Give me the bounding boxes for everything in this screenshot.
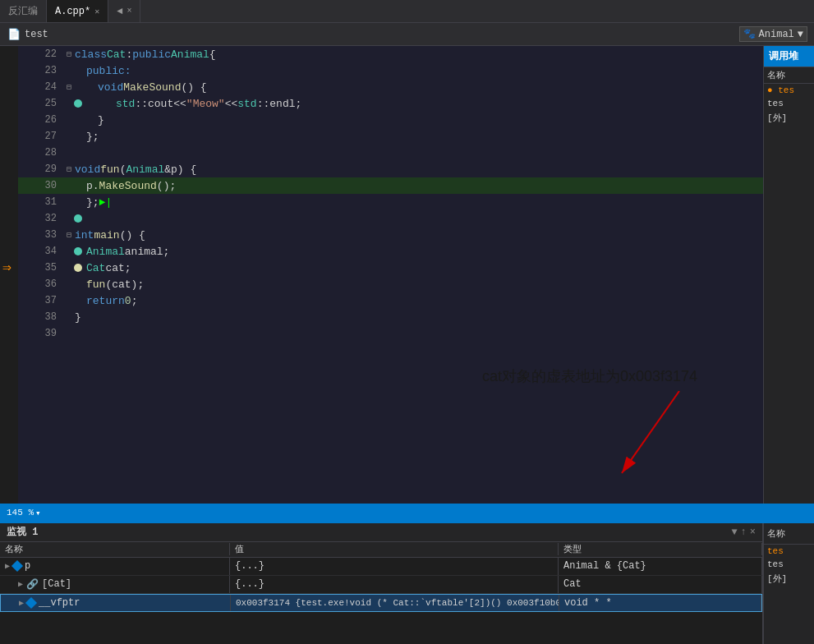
watch-name-p: p [25,560,30,572]
call-stack-row-2: tes [764,97,814,110]
scope-dropdown[interactable]: 🐾 Animal ▼ [739,26,807,42]
close-icon-extra[interactable]: × [126,7,131,16]
watch-row-p: ▶ p {...} Animal & {Cat} [0,558,762,576]
code-line-29: 29 ⊟ void fun(Animal &p) { [18,161,763,177]
diamond-icon-p [11,560,23,572]
watch-side-title: 名称 [767,527,785,540]
code-line-22: 22 ⊟ class Cat : public Animal { [18,46,763,62]
code-line-34: 34 Animal animal; [18,243,763,260]
annotation-arrow [614,391,763,490]
watch-row-vfptr: ▶ __vfptr 0x003f3174 {test.exe!void (* C… [0,594,762,612]
watch-col-headers: 名称 值 类型 [0,542,762,558]
code-line-30: 30 p.MakeSound(); [18,177,763,194]
zoom-level: 145 % [7,508,34,518]
toolbar-file: test [25,29,48,40]
diamond-icon-vfptr [25,597,37,609]
col-header-value: 值 [230,543,559,555]
code-line-35: 35 Cat cat; [18,260,763,276]
code-line-36: 36 fun(cat); [18,276,763,292]
watch-row-cat: ▶ 🔗 [Cat] {...} Cat [0,576,762,594]
code-line-27: 27 }; [18,128,763,145]
watch-side-row-1: tes [764,545,814,558]
tab-acpp-label: A.cpp* [55,6,90,17]
code-line-37: 37 return 0; [18,292,763,309]
watch-cell-p-value: {...} [230,558,559,575]
tab-disassembly[interactable]: 反汇编 [0,0,47,22]
file-icon: 📄 [7,27,21,42]
call-stack-row-3: [外] [764,110,814,126]
expand-icon-cat[interactable]: ▶ [18,579,23,589]
scope-label: Animal [759,29,794,40]
annotation: cat对象的虚表地址为0x003f3174 [482,366,697,386]
watch-cell-vfptr-type: void * * [559,595,761,611]
call-stack-header: 调用堆 [764,46,814,67]
code-line-26: 26 } [18,112,763,128]
pin-icon: ◄ [117,6,122,17]
watch-cell-p-type: Animal & {Cat} [559,558,762,575]
code-lines: 22 ⊟ class Cat : public Animal { 23 publ… [18,46,763,342]
link-icon-cat: 🔗 [26,578,39,591]
code-line-25: 25 std::cout << "Meow" << std::endl; [18,95,763,112]
watch-side-header: 名称 [764,523,814,545]
fold-22[interactable]: ⊟ [63,49,75,59]
toolbar: 📄 test 🐾 Animal ▼ [0,23,814,46]
code-line-31: 31 }; ►| [18,194,763,210]
watch-side-row-3: [外] [764,571,814,586]
left-arrow-area: ⇒ [0,46,18,504]
watch-panel-header: 监视 1 ▼ ↑ × [0,523,762,542]
expand-icon-p[interactable]: ▶ [5,561,10,571]
line-num-22: 22 [18,48,63,60]
watch-name-cat: [Cat] [42,578,71,590]
code-line-33: 33 ⊟ int main() { [18,227,763,243]
call-stack-panel: 调用堆 名称 ● tes tes [外] [763,46,814,504]
watch-cell-cat-value: {...} [230,576,559,593]
watch-side-panel: 名称 tes tes [外] [763,523,814,644]
code-editor[interactable]: 22 ⊟ class Cat : public Animal { 23 publ… [18,46,763,504]
code-line-38: 38 } [18,309,763,325]
watch-icon-pin[interactable]: ↑ [741,527,747,538]
watch-panel-icons: ▼ ↑ × [731,527,756,538]
call-stack-col-header: 名称 [764,67,814,84]
execution-arrow: ⇒ [2,258,11,276]
code-line-28: 28 [18,145,763,161]
annotation-text: cat对象的虚表地址为0x003f3174 [482,366,697,386]
tab-acpp[interactable]: A.cpp* ✕ [47,0,108,22]
watch-cell-p-name: ▶ p [0,558,230,575]
dropdown-arrow: ▼ [798,29,803,40]
watch-side-row-2: tes [764,558,814,571]
code-line-39: 39 [18,325,763,342]
watch-cell-vfptr-name: ▶ __vfptr [1,595,231,611]
call-stack-row-1[interactable]: ● tes [764,84,814,97]
watch-name-vfptr: __vfptr [39,597,80,609]
watch-icon-close[interactable]: × [750,527,756,538]
watch-cell-cat-name: ▶ 🔗 [Cat] [0,576,230,593]
toolbar-right: 🐾 Animal ▼ [739,26,807,42]
svg-line-1 [622,391,679,473]
tab-bar: 反汇编 A.cpp* ✕ ◄ × [0,0,814,23]
code-line-32: 32 [18,210,763,227]
col-header-name: 名称 [0,543,230,555]
code-line-24: 24 ⊟ void MakeSound() { [18,79,763,95]
call-stack-title: 调用堆 [769,49,798,63]
watch-cell-vfptr-value: 0x003f3174 {test.exe!void (* Cat::`vftab… [231,595,559,611]
watch-panel: 监视 1 ▼ ↑ × 名称 值 类型 ▶ p {...} Ani [0,522,814,644]
tab-extra[interactable]: ◄ × [108,0,140,22]
watch-cell-cat-type: Cat [559,576,762,593]
main-content: ⇒ 22 ⊟ class Cat : public Animal { 23 pu… [0,46,814,504]
watch-panel-main: 监视 1 ▼ ↑ × 名称 值 类型 ▶ p {...} Ani [0,523,763,644]
code-line-23: 23 public: [18,62,763,79]
watch-icon-down[interactable]: ▼ [731,527,737,538]
watch-panel-title: 监视 1 [7,525,728,539]
watch-rows: ▶ p {...} Animal & {Cat} ▶ 🔗 [Cat] {...}… [0,558,762,644]
zoom-dropdown[interactable]: ▾ [35,508,41,518]
col-header-type: 类型 [559,543,762,555]
tab-disassembly-label: 反汇编 [8,4,38,18]
animal-icon: 🐾 [743,28,756,40]
expand-icon-vfptr[interactable]: ▶ [19,598,24,608]
status-bar: 145 % ▾ [0,504,814,522]
close-icon[interactable]: ✕ [94,7,99,16]
